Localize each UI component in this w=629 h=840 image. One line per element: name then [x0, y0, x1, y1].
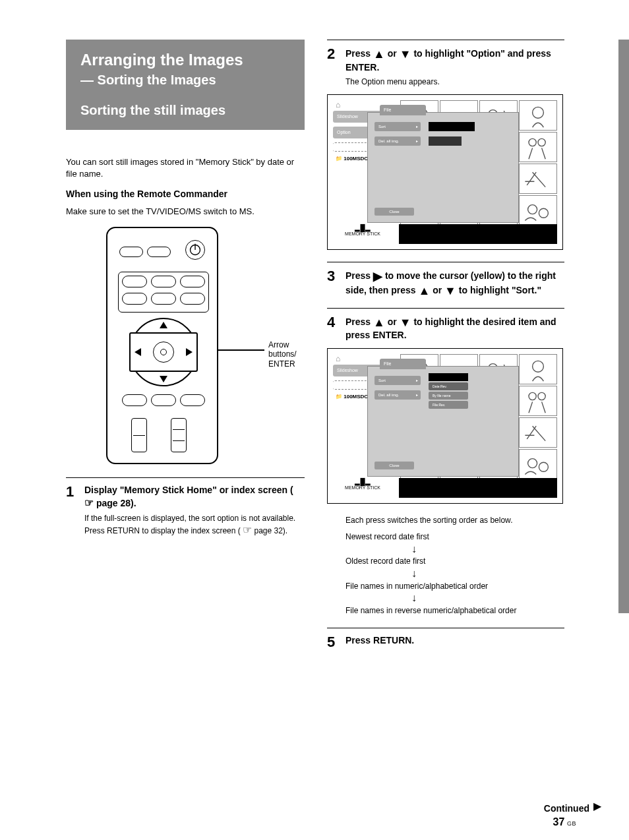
intro-paragraph-2: Make sure to set the TV/VIDEO/MS switch …	[66, 206, 305, 218]
arrow-right-icon: ▶	[373, 270, 382, 283]
section-title: Arranging the Images	[80, 51, 290, 69]
popup-opt-4: File:Rev.	[429, 401, 468, 409]
divider	[66, 477, 305, 478]
popup-row-delete: Del. all img.▸	[374, 390, 421, 400]
remote-button	[119, 247, 143, 257]
svg-point-11	[538, 392, 545, 400]
step-2-sub: The Option menu appears.	[345, 77, 564, 88]
popup-row-sort: Sort▸	[374, 122, 421, 131]
hand-pointer-icon: ☞	[84, 496, 94, 510]
svg-point-9	[533, 361, 544, 372]
order-item-2: Oldest record date first	[345, 554, 564, 569]
arrow-down-icon	[160, 376, 167, 382]
step-1-text: Display "Memory Stick Home" or index scr…	[84, 485, 305, 510]
svg-point-13	[539, 462, 548, 471]
svg-point-10	[529, 392, 536, 400]
divider	[327, 308, 564, 309]
popup-opt-1	[429, 373, 468, 381]
step-2-text: Press ▲ or ▼ to highlight "Option" and p…	[345, 47, 564, 73]
step-4-text: Press ▲ or ▼ to highlight the desired it…	[345, 315, 564, 342]
step-4-text-b: or	[388, 316, 400, 327]
popup-opt-3: By file name	[429, 392, 468, 400]
section-heading-box: Arranging the Images — Sorting the Image…	[66, 40, 305, 130]
arrow-down-icon: ▼	[400, 316, 411, 329]
tv-screenshot-2: ⌂ Slideshow 📁 100MSDCF ▂█▂ MEMORY STICK	[327, 348, 563, 504]
section-subtitle: — Sorting the Images	[80, 73, 290, 88]
continued-label: Continued	[544, 803, 589, 814]
remote-button	[122, 293, 147, 305]
step-2-text-a: Press	[345, 48, 373, 59]
svg-point-4	[529, 138, 536, 146]
arrow-down-icon: ↓	[411, 593, 564, 603]
remote-button	[122, 394, 147, 406]
remote-button	[180, 394, 205, 406]
popup-tag: File	[380, 359, 426, 369]
svg-point-7	[539, 208, 548, 218]
tv-screenshot-1: ⌂ Slideshow Option 📁 100MSDCF ▂█▂ MEMORY…	[327, 94, 563, 250]
remote-button	[180, 293, 205, 305]
popup-value	[429, 136, 462, 146]
step-2-text-b: or	[388, 48, 400, 59]
memory-stick-label: MEMORY STICK	[340, 485, 386, 490]
page-number-suffix: GB	[567, 820, 576, 827]
remote-button	[180, 276, 205, 287]
remote-button	[151, 394, 176, 406]
step-4: 4 Press ▲ or ▼ to highlight the desired …	[327, 315, 564, 342]
order-item-3: File names in numeric/alphabetical order	[345, 579, 564, 594]
arrow-down-icon: ▼	[400, 47, 411, 61]
order-item-4: File names in reverse numeric/alphabetic…	[345, 603, 564, 618]
leader-line	[218, 349, 264, 351]
step-1: 1 Display "Memory Stick Home" or index s…	[66, 485, 305, 510]
arrow-up-icon: ▲	[373, 316, 385, 329]
remote-button	[122, 276, 147, 287]
dpad-highlight	[129, 332, 198, 372]
remote-body	[106, 227, 218, 464]
tv-bottom-bar	[399, 224, 557, 244]
side-tab	[618, 40, 629, 613]
step-5: 5 Press RETURN.	[327, 635, 564, 649]
svg-point-5	[538, 138, 545, 146]
order-item-1: Newest record date first	[345, 529, 564, 545]
page-number: 37 GB	[553, 816, 576, 828]
arrow-right-icon	[186, 348, 193, 356]
step-number: 2	[327, 47, 339, 73]
right-column: 2 Press ▲ or ▼ to highlight "Option" and…	[327, 40, 564, 653]
svg-point-6	[528, 204, 537, 214]
svg-point-3	[533, 107, 544, 118]
tv-popup-menu: File Sort▸ Date:Rev. By file name File:R…	[367, 366, 519, 477]
order-list: Newest record date first ↓ Oldest record…	[345, 529, 564, 618]
arrow-left-icon	[135, 348, 141, 356]
step-1-sub-b: ).	[283, 526, 287, 535]
step-number: 1	[66, 485, 78, 510]
hand-pointer-icon: ☞	[243, 524, 252, 537]
popup-highlight	[429, 122, 475, 131]
step-3: 3 Press ▶ to move the cursor (yellow) to…	[327, 269, 564, 299]
step-3-text: Press ▶ to move the cursor (yellow) to t…	[345, 269, 564, 299]
step-number: 3	[327, 269, 339, 299]
step-number: 4	[327, 315, 339, 342]
arrow-down-icon: ↓	[411, 569, 564, 578]
intro-paragraph-1: You can sort still images stored in "Mem…	[66, 156, 305, 179]
order-intro: Each press switches the sorting order as…	[345, 516, 564, 526]
step-1-pageref-2: page 32	[254, 526, 282, 535]
step-1-text-a: Display "Memory Stick Home" or index scr…	[84, 485, 293, 495]
popup-close: Close	[374, 462, 414, 469]
remote-rocker	[131, 418, 147, 452]
popup-close: Close	[374, 208, 414, 216]
memory-stick-logo: ▂█▂ MEMORY STICK	[340, 478, 386, 490]
left-column: Arranging the Images — Sorting the Image…	[66, 40, 305, 541]
arrow-up-icon: ▲	[373, 47, 385, 61]
popup-tag: File	[380, 105, 426, 115]
popup-opt-2: Date:Rev.	[429, 382, 468, 390]
section-heading: Sorting the still images	[80, 102, 290, 118]
dpad	[129, 318, 198, 386]
arrow-up-icon	[160, 322, 167, 328]
remote-rocker	[171, 418, 187, 452]
continued-arrow-icon: ▶	[593, 800, 601, 812]
step-3-text-a: Press	[345, 270, 373, 281]
step-1-text-b: ).	[131, 498, 136, 508]
dpad-enter	[153, 342, 174, 363]
step-number: 5	[327, 635, 339, 649]
arrow-up-icon: ▲	[418, 284, 430, 297]
popup-row-delete: Del. all img.▸	[374, 136, 421, 146]
